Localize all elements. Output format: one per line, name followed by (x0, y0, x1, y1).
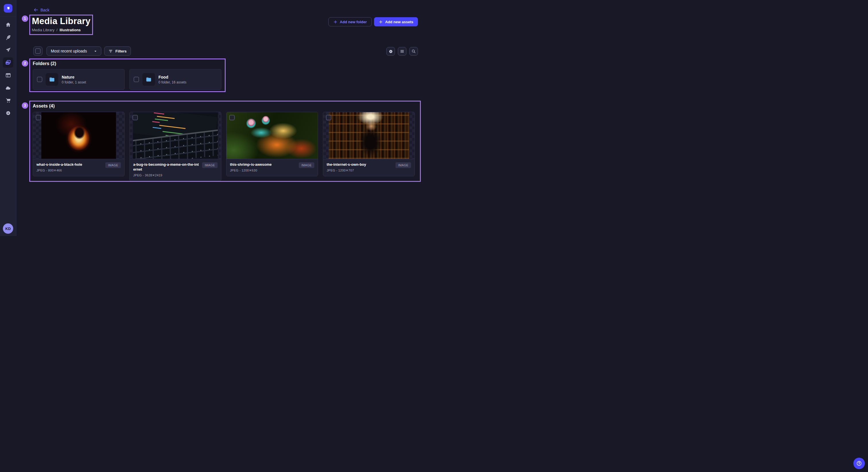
asset-card: this-shrimp-is-awesome JPEG - 1200✕630 I… (226, 112, 318, 176)
annotation-badge-2: 2 (22, 60, 28, 67)
asset-card: the-internet-s-own-boy JPEG - 1200✕707 I… (323, 112, 415, 176)
asset-title[interactable]: this-shrimp-is-awesome (230, 162, 272, 167)
sidebar-item-media-library[interactable] (2, 56, 14, 69)
folder-checkbox[interactable] (134, 77, 139, 82)
filters-label: Filters (115, 49, 127, 53)
folder-icon (49, 76, 55, 82)
cart-icon (5, 98, 11, 103)
asset-checkbox[interactable] (133, 115, 138, 120)
asset-title[interactable]: the-internet-s-own-boy (327, 162, 366, 167)
asset-card-footer: this-shrimp-is-awesome JPEG - 1200✕630 I… (226, 159, 318, 176)
assets-grid: what-s-inside-a-black-hole JPEG - 800✕46… (33, 112, 415, 181)
cloud-icon (5, 85, 11, 91)
folders-heading: Folders (2) (33, 61, 56, 66)
sort-select[interactable]: Most recent uploads (46, 46, 101, 56)
add-new-assets-label: Add new assets (385, 20, 413, 24)
sidebar-item-content-type-builder[interactable] (2, 69, 14, 81)
configure-view-button[interactable] (386, 47, 395, 56)
strapi-logo[interactable] (4, 4, 12, 12)
asset-type-badge: IMAGE (105, 162, 121, 168)
asset-checkbox[interactable] (36, 115, 41, 120)
folder-checkbox[interactable] (37, 77, 42, 82)
sidebar-item-marketplace[interactable] (2, 94, 14, 107)
asset-meta: JPEG - 1200✕630 (230, 169, 272, 172)
filters-button[interactable]: Filters (104, 46, 131, 56)
asset-info: the-internet-s-own-boy JPEG - 1200✕707 (327, 162, 366, 172)
plus-icon (379, 20, 383, 24)
asset-thumbnail[interactable] (226, 112, 318, 159)
folder-card-nature[interactable]: Nature 0 folder, 1 asset (33, 69, 125, 90)
user-avatar[interactable]: KD (3, 224, 13, 234)
folder-meta: 0 folder, 1 asset (62, 80, 86, 84)
breadcrumb-root[interactable]: Media Library (32, 28, 55, 32)
asset-meta: JPEG - 3628✕2419 (133, 173, 199, 177)
sidebar-nav (2, 19, 14, 119)
gear-icon (389, 49, 393, 54)
asset-card-footer: a-bug-is-becoming-a-meme-on-the-internet… (130, 159, 221, 181)
add-new-assets-button[interactable]: Add new assets (374, 17, 418, 26)
select-all-checkbox[interactable] (35, 48, 40, 54)
plus-icon (333, 20, 338, 24)
strapi-logo-icon (5, 6, 11, 11)
asset-info: this-shrimp-is-awesome JPEG - 1200✕630 (230, 162, 272, 172)
folder-name: Nature (62, 75, 86, 79)
asset-meta: JPEG - 800✕466 (36, 169, 82, 172)
title-block: Media Library Media Library / Illustrati… (32, 16, 90, 32)
folder-icon-box (45, 73, 58, 86)
main-content: Back Add new folder Add new assets 1 Med… (17, 0, 434, 236)
breadcrumb: Media Library / Illustrations (32, 28, 90, 32)
toolbar: Most recent uploads Filters (33, 46, 131, 56)
list-view-button[interactable] (398, 47, 406, 56)
asset-meta: JPEG - 1200✕707 (327, 169, 366, 172)
search-button[interactable] (409, 47, 418, 56)
asset-thumbnail[interactable] (33, 112, 124, 159)
sidebar-item-settings[interactable] (2, 107, 14, 119)
asset-type-badge: IMAGE (202, 162, 218, 168)
page-title: Media Library (32, 16, 90, 26)
sidebar-item-home[interactable] (2, 19, 14, 31)
layout-icon (5, 72, 11, 78)
search-icon (411, 49, 416, 54)
back-link[interactable]: Back (33, 7, 50, 12)
app-root: KD Back Add new folder Add new assets (0, 0, 434, 236)
folder-info: Nature 0 folder, 1 asset (62, 75, 86, 84)
sidebar-item-deploy[interactable] (2, 81, 14, 94)
folder-name: Food (158, 75, 186, 79)
asset-title[interactable]: a-bug-is-becoming-a-meme-on-the-internet (133, 162, 199, 172)
folder-card-food[interactable]: Food 0 folder, 16 assets (129, 69, 221, 90)
asset-thumbnail[interactable] (130, 112, 221, 159)
black-hole-photo (41, 112, 116, 159)
header-actions: Add new folder Add new assets (329, 17, 418, 26)
sort-select-value: Most recent uploads (51, 49, 87, 53)
asset-thumbnail[interactable] (323, 112, 414, 159)
asset-checkbox[interactable] (326, 115, 331, 120)
feather-icon (5, 34, 11, 40)
asset-info: what-s-inside-a-black-hole JPEG - 800✕46… (36, 162, 82, 172)
asset-card-footer: what-s-inside-a-black-hole JPEG - 800✕46… (33, 159, 124, 176)
asset-title[interactable]: what-s-inside-a-black-hole (36, 162, 82, 167)
gear-icon (5, 110, 11, 116)
folder-info: Food 0 folder, 16 assets (158, 75, 186, 84)
filter-icon (108, 49, 113, 53)
chevron-down-icon (94, 49, 97, 53)
back-arrow-icon (33, 7, 38, 12)
view-options (386, 47, 418, 56)
asset-checkbox[interactable] (229, 115, 235, 120)
sidebar-item-content[interactable] (2, 31, 14, 43)
add-new-folder-button[interactable]: Add new folder (329, 17, 372, 26)
sidebar-item-releases[interactable] (2, 43, 14, 56)
list-icon (400, 49, 404, 54)
media-library-icon (5, 59, 11, 66)
breadcrumb-current: Illustrations (59, 28, 81, 32)
folder-icon (146, 76, 152, 82)
folder-meta: 0 folder, 16 assets (158, 80, 186, 84)
asset-card-footer: the-internet-s-own-boy JPEG - 1200✕707 I… (323, 159, 414, 176)
asset-card: a-bug-is-becoming-a-meme-on-the-internet… (129, 112, 221, 181)
annotation-badge-3: 3 (22, 102, 28, 109)
asset-type-badge: IMAGE (396, 162, 411, 168)
breadcrumb-separator: / (57, 28, 58, 32)
folders-grid: Nature 0 folder, 1 asset Food 0 folder, … (33, 69, 221, 90)
mantis-shrimp-photo (226, 112, 318, 159)
select-all-button[interactable] (33, 46, 42, 56)
back-label: Back (40, 8, 50, 12)
